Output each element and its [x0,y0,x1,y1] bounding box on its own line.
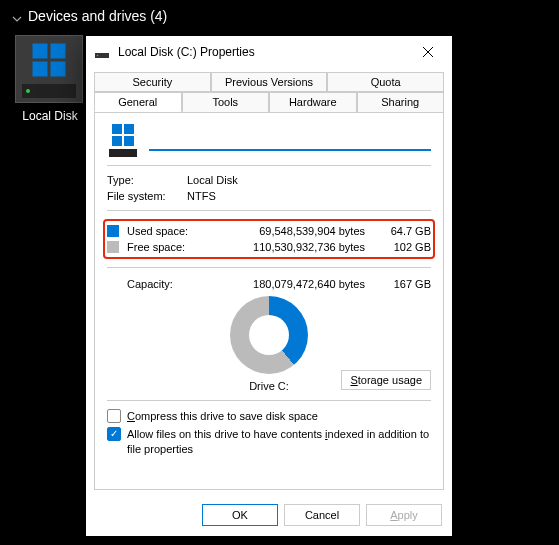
svg-rect-8 [112,136,122,146]
divider [107,165,431,166]
close-button[interactable] [412,40,444,64]
titlebar: Local Disk (C:) Properties [86,36,452,68]
dialog-title: Local Disk (C:) Properties [118,45,412,59]
free-bytes: 110,530,932,736 bytes [217,241,379,253]
drive-tile-box [15,35,83,103]
drive-tile[interactable]: Local Disk [15,35,85,123]
free-gb: 102 GB [379,241,431,253]
capacity-label: Capacity: [107,278,217,290]
highlight-annotation: Used space: 69,548,539,904 bytes 64.7 GB… [103,219,435,259]
tabs: Security Previous Versions Quota General… [86,68,452,112]
used-space-row: Used space: 69,548,539,904 bytes 64.7 GB [107,223,431,239]
capacity-bytes: 180,079,472,640 bytes [217,278,379,290]
used-bytes: 69,548,539,904 bytes [217,225,379,237]
svg-rect-3 [51,62,66,77]
drive-caption: Drive C: [249,380,289,392]
divider [107,400,431,401]
used-gb: 64.7 GB [379,225,431,237]
filesystem-value: NTFS [187,190,216,202]
drive-tile-label: Local Disk [15,109,85,123]
tab-security[interactable]: Security [94,72,211,92]
chevron-down-icon [12,11,22,21]
section-header[interactable]: Devices and drives (4) [0,0,559,32]
usage-chart: Drive C: Storage usage [107,296,431,392]
section-title: Devices and drives (4) [28,8,167,24]
tab-previous-versions[interactable]: Previous Versions [211,72,328,92]
storage-usage-button[interactable]: Storage usage [341,370,431,390]
svg-rect-7 [124,124,134,134]
free-swatch-icon [107,241,119,253]
donut-chart [230,296,308,374]
type-value: Local Disk [187,174,238,186]
close-icon [422,46,434,58]
free-label: Free space: [127,241,217,253]
type-label: Type: [107,174,187,186]
mini-drive-icon [107,123,139,157]
drive-bar-icon [22,84,76,98]
index-checkbox-row[interactable]: ✓ Allow files on this drive to have cont… [107,427,431,456]
svg-rect-1 [51,44,66,59]
tab-sharing[interactable]: Sharing [357,92,445,112]
apply-button: Apply [366,504,442,526]
compress-checkbox[interactable] [107,409,121,423]
tab-general[interactable]: General [94,92,182,112]
dialog-buttons: OK Cancel Apply [86,498,452,536]
cancel-button[interactable]: Cancel [284,504,360,526]
drive-name-input[interactable] [149,129,431,151]
tab-tools[interactable]: Tools [182,92,270,112]
free-space-row: Free space: 110,530,932,736 bytes 102 GB [107,239,431,255]
compress-checkbox-row[interactable]: Compress this drive to save disk space [107,409,431,423]
properties-dialog: Local Disk (C:) Properties Security Prev… [86,36,452,536]
used-swatch-icon [107,225,119,237]
svg-rect-9 [124,136,134,146]
svg-point-5 [97,55,99,57]
tab-content-general: Type: Local Disk File system: NTFS Used … [94,112,444,490]
tab-quota[interactable]: Quota [327,72,444,92]
used-label: Used space: [127,225,217,237]
ok-button[interactable]: OK [202,504,278,526]
check-icon: ✓ [110,429,118,439]
svg-rect-6 [112,124,122,134]
index-label: Allow files on this drive to have conten… [127,427,431,456]
divider [107,267,431,268]
filesystem-label: File system: [107,190,187,202]
index-checkbox[interactable]: ✓ [107,427,121,441]
tab-hardware[interactable]: Hardware [269,92,357,112]
compress-label: Compress this drive to save disk space [127,409,318,423]
svg-rect-2 [33,62,48,77]
capacity-gb: 167 GB [379,278,431,290]
divider [107,210,431,211]
svg-rect-0 [33,44,48,59]
windows-icon [31,42,67,78]
drive-icon [94,44,110,60]
capacity-row: Capacity: 180,079,472,640 bytes 167 GB [107,276,431,292]
windows-icon [111,123,135,147]
